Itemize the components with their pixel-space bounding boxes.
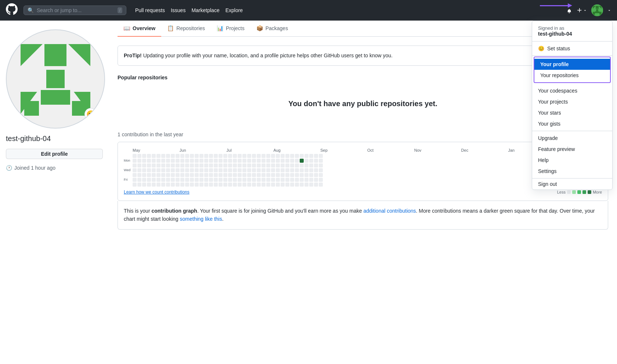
feature-preview-item[interactable]: Feature preview xyxy=(532,144,612,155)
additional-contributions-link[interactable]: additional contributions xyxy=(363,208,416,214)
day-cell xyxy=(195,163,199,167)
day-cell xyxy=(156,168,160,172)
day-label-tue xyxy=(124,163,130,167)
day-cell xyxy=(242,163,246,167)
day-cell xyxy=(319,168,323,172)
svg-rect-7 xyxy=(599,12,602,15)
your-projects-item[interactable]: Your projects xyxy=(532,96,612,107)
day-cell xyxy=(214,154,218,158)
week-column xyxy=(166,154,170,187)
nav-explore[interactable]: Explore xyxy=(225,7,243,13)
signed-in-label: Signed in as xyxy=(538,25,564,31)
user-avatar-button[interactable] xyxy=(591,4,603,16)
day-cell xyxy=(199,173,203,177)
week-column xyxy=(247,154,251,187)
day-cell xyxy=(176,154,180,158)
header: 🔍 / Pull requests Issues Marketplace Exp… xyxy=(0,0,617,21)
settings-item[interactable]: Settings xyxy=(532,166,612,177)
sign-out-item[interactable]: Sign out xyxy=(532,179,612,190)
github-logo[interactable] xyxy=(6,3,18,17)
tab-packages[interactable]: 📦 Packages xyxy=(250,21,294,37)
day-cell xyxy=(171,178,175,182)
day-cell xyxy=(176,168,180,172)
graph-month-labels: May Jun Jul Aug Sep Oct Nov Dec Jan Feb xyxy=(124,148,602,152)
something-like-this-link[interactable]: something like this xyxy=(180,216,222,222)
day-cell xyxy=(319,159,323,163)
day-cell xyxy=(195,178,199,182)
tab-projects[interactable]: 📊 Projects xyxy=(211,21,250,37)
tab-repositories[interactable]: 📋 Repositories xyxy=(161,21,211,37)
day-cell xyxy=(190,178,194,182)
contribution-graph-bold: contribution graph xyxy=(151,208,197,214)
packages-icon: 📦 xyxy=(256,25,263,32)
avatar-dropdown-arrow[interactable] xyxy=(607,8,611,12)
svg-rect-6 xyxy=(593,12,595,15)
day-cell xyxy=(300,159,304,163)
month-jul: Jul xyxy=(227,148,274,152)
day-cell xyxy=(199,159,203,163)
day-cell xyxy=(137,163,141,167)
notifications-button[interactable] xyxy=(566,7,572,13)
week-column xyxy=(290,154,294,187)
day-cell xyxy=(147,159,151,163)
your-stars-item[interactable]: Your stars xyxy=(532,107,612,118)
projects-icon: 📊 xyxy=(217,25,224,32)
week-column xyxy=(219,154,223,187)
day-cell xyxy=(314,163,318,167)
day-cell xyxy=(233,159,237,163)
day-cell xyxy=(309,154,313,158)
day-cell xyxy=(166,168,170,172)
day-label-fri: Fri xyxy=(124,178,130,182)
week-column xyxy=(147,154,151,187)
day-cell xyxy=(300,173,304,177)
day-cell xyxy=(238,163,242,167)
your-profile-item[interactable]: Your profile xyxy=(534,59,610,70)
day-cell xyxy=(281,168,285,172)
joined-text: Joined 1 hour ago xyxy=(14,165,55,171)
day-cell xyxy=(276,178,280,182)
day-cell xyxy=(242,183,246,187)
day-cell xyxy=(142,178,146,182)
upgrade-item[interactable]: Upgrade xyxy=(532,133,612,144)
search-bar[interactable]: 🔍 / xyxy=(24,6,126,15)
create-button[interactable] xyxy=(577,7,587,13)
main-container: 😊 test-github-04 Edit profile 🕐 Joined 1… xyxy=(0,21,617,364)
day-cell xyxy=(190,183,194,187)
day-cell xyxy=(171,173,175,177)
day-cell xyxy=(180,168,184,172)
search-input[interactable] xyxy=(37,7,115,13)
nav-pull-requests[interactable]: Pull requests xyxy=(135,7,165,13)
nav-issues[interactable]: Issues xyxy=(171,7,185,13)
day-cell xyxy=(319,154,323,158)
set-status-item[interactable]: 😊 Set status xyxy=(532,43,612,54)
day-cell xyxy=(309,173,313,177)
your-codespaces-item[interactable]: Your codespaces xyxy=(532,85,612,96)
day-cell xyxy=(147,178,151,182)
day-label-thu xyxy=(124,173,130,177)
day-cell xyxy=(190,163,194,167)
your-gists-item[interactable]: Your gists xyxy=(532,118,612,129)
day-cell xyxy=(281,183,285,187)
your-repositories-item[interactable]: Your repositories xyxy=(534,70,610,81)
day-cell xyxy=(209,173,213,177)
day-cell xyxy=(295,163,299,167)
day-cell xyxy=(257,154,261,158)
week-column xyxy=(304,154,308,187)
day-cell xyxy=(261,159,266,163)
help-item[interactable]: Help xyxy=(532,155,612,166)
day-cell xyxy=(304,159,308,163)
month-may: May xyxy=(133,148,180,152)
tab-overview[interactable]: 📖 Overview xyxy=(118,21,161,37)
day-cell xyxy=(161,183,165,187)
learn-contributions-link[interactable]: Learn how we count contributions xyxy=(124,190,190,195)
day-cell xyxy=(204,183,208,187)
day-cell xyxy=(271,163,275,167)
nav-marketplace[interactable]: Marketplace xyxy=(191,7,219,13)
week-column xyxy=(195,154,199,187)
day-cell xyxy=(314,173,318,177)
day-cell xyxy=(233,154,237,158)
week-column xyxy=(319,154,323,187)
day-cell xyxy=(147,183,151,187)
edit-profile-button[interactable]: Edit profile xyxy=(6,149,103,159)
month-nov: Nov xyxy=(414,148,461,152)
